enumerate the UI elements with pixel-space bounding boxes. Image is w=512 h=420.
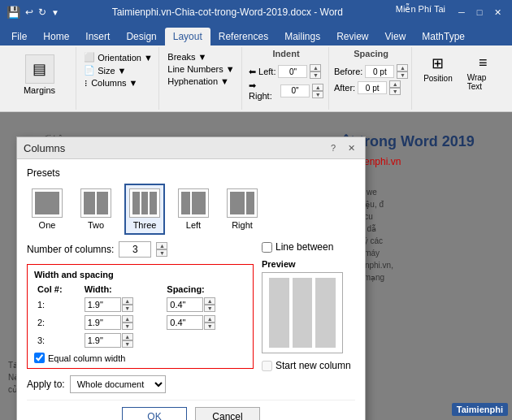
line-between-row: Line between [262,241,355,253]
ws-col1-width-up[interactable]: ▲ [122,297,133,305]
wrap-text-button[interactable]: ≡ Wrap Text [462,52,504,93]
hyphenation-button[interactable]: Hyphenation ▼ [165,76,236,87]
equal-col-row: Equal column width [34,353,246,363]
apply-to-select[interactable]: Whole document This section This point f… [70,375,166,393]
ws-col2-spacing-spin[interactable]: ▲ ▼ [204,315,215,330]
ws-col2-width-spin[interactable]: ▲ ▼ [122,315,133,330]
ws-col3-width-input[interactable] [85,333,121,348]
size-button[interactable]: 📄 Size ▼ [81,64,155,76]
close-button[interactable]: ✕ [489,4,505,20]
dialog-two-col: Number of columns: ▲ ▼ Width and spacing [27,241,355,400]
dialog-close-button[interactable]: ✕ [344,141,358,155]
two-col-2 [97,192,108,214]
ws-col3-width-cell: ▲ ▼ [81,331,164,349]
equal-col-checkbox[interactable] [34,353,45,363]
spacing-before-up[interactable]: ▲ [397,64,408,71]
tab-view[interactable]: View [377,28,414,45]
maximize-button[interactable]: □ [471,4,488,20]
indent-right-down[interactable]: ▼ [312,91,323,98]
ws-header-row: Col #: Width: Spacing: [34,283,246,296]
orientation-button[interactable]: ⬜ Orientation ▼ [81,51,155,63]
ws-col3-width-down[interactable]: ▼ [122,340,133,348]
ws-col1-width-spin[interactable]: ▲ ▼ [122,297,133,312]
undo-icon[interactable]: ↩ [25,6,33,18]
indent-right-input[interactable] [280,84,310,97]
right-col-narrow [246,192,255,214]
ws-col1-width-down[interactable]: ▼ [122,305,133,312]
ws-col3-width-spin[interactable]: ▲ ▼ [122,333,133,348]
num-columns-spin[interactable]: ▲ ▼ [156,242,167,257]
indent-left-input[interactable] [278,65,307,78]
spacing-before-spin[interactable]: ▲ ▼ [397,64,408,79]
preset-left[interactable]: Left [173,184,214,235]
num-columns-up[interactable]: ▲ [156,242,167,249]
ribbon-group-indent: Indent ⬅ Left: ▲ ▼ ➡ Right: ▲ ▼ [244,47,329,110]
ws-col3-spacing-cell [163,331,246,349]
num-columns-label: Number of columns: [27,244,114,255]
tab-design[interactable]: Design [118,28,164,45]
ws-col3-width-wrap: ▲ ▼ [85,333,161,348]
redo-icon[interactable]: ↻ [38,6,46,18]
three-col-3 [150,192,157,214]
spacing-after-up[interactable]: ▲ [389,80,401,88]
num-columns-down[interactable]: ▼ [156,249,167,257]
indent-left-row: ⬅ Left: ▲ ▼ [249,64,323,79]
indent-right-spin[interactable]: ▲ ▼ [312,84,323,98]
spacing-after-down[interactable]: ▼ [389,88,401,95]
preset-one[interactable]: One [27,184,67,235]
preset-right[interactable]: Right [222,184,263,235]
ws-col1-label: 1: [34,296,81,314]
ok-button[interactable]: OK [122,407,187,420]
tab-insert[interactable]: Insert [77,28,118,45]
right-col-wide [230,192,245,214]
line-between-checkbox[interactable] [262,242,272,253]
spacing-after-input[interactable] [358,81,387,94]
ws-col2-spacing-up[interactable]: ▲ [204,315,215,323]
tab-file[interactable]: File [3,28,35,45]
position-button[interactable]: ⊞ Position [419,52,458,93]
preset-three[interactable]: Three [124,184,165,235]
ws-col2-width-input[interactable] [85,315,121,330]
ws-col3-width-up[interactable]: ▲ [122,333,133,340]
spacing-fields: Before: ▲ ▼ After: ▲ ▼ [334,62,408,95]
ws-col1-spacing-up[interactable]: ▲ [204,297,215,305]
spacing-before-down[interactable]: ▼ [397,71,408,79]
ws-col2-width-up[interactable]: ▲ [122,315,133,323]
left-col-narrow [181,192,190,214]
indent-fields: ⬅ Left: ▲ ▼ ➡ Right: ▲ ▼ [249,62,323,101]
tab-references[interactable]: References [210,28,276,45]
margins-label[interactable]: Margins [24,85,55,95]
start-new-col-checkbox[interactable] [262,361,272,371]
num-columns-input[interactable] [119,241,151,258]
breaks-button[interactable]: Breaks ▼ [165,51,236,63]
num-columns-row: Number of columns: ▲ ▼ [27,241,254,258]
ws-col1-spacing-spin[interactable]: ▲ ▼ [204,297,215,312]
indent-left-spin[interactable]: ▲ ▼ [310,64,321,79]
preset-two[interactable]: Two [76,184,116,235]
ws-col1-width-input[interactable] [85,297,121,312]
ws-col1-spacing-input[interactable] [167,297,203,312]
quick-access-icon[interactable]: ▼ [51,8,59,17]
spacing-before-input[interactable] [365,65,394,78]
line-numbers-button[interactable]: Line Numbers ▼ [165,63,236,75]
ws-col2-spacing-down[interactable]: ▼ [204,323,215,330]
columns-button[interactable]: ⫶ Columns ▼ [81,77,155,89]
ws-col1-spacing-down[interactable]: ▼ [204,305,215,312]
tab-review[interactable]: Review [328,28,376,45]
minimize-button[interactable]: ─ [453,4,470,20]
start-col-row: Start new column [262,360,355,371]
spacing-after-spin[interactable]: ▲ ▼ [389,80,401,95]
indent-right-row: ➡ Right: ▲ ▼ [249,80,323,101]
preview-box [262,272,343,353]
tab-home[interactable]: Home [35,28,77,45]
tab-layout[interactable]: Layout [165,28,210,45]
indent-right-up[interactable]: ▲ [312,84,323,91]
indent-left-down[interactable]: ▼ [310,71,321,79]
tab-mailings[interactable]: Mailings [276,28,328,45]
tab-mathtype[interactable]: MathType [414,28,473,45]
dialog-help-button[interactable]: ? [326,141,341,155]
indent-left-up[interactable]: ▲ [310,64,321,71]
ws-col2-width-down[interactable]: ▼ [122,323,133,330]
ws-col2-spacing-input[interactable] [167,315,203,330]
cancel-button[interactable]: Cancel [195,407,260,420]
